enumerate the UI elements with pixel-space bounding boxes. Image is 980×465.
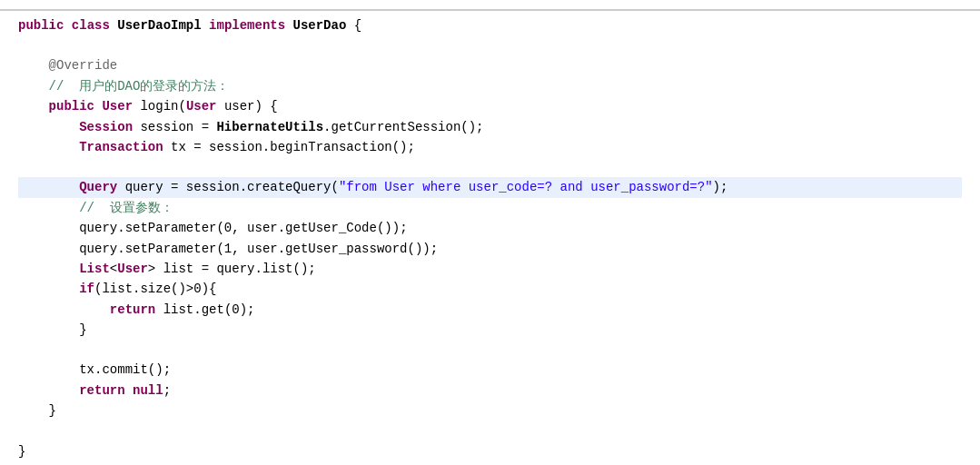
code-token: @Override	[49, 55, 118, 75]
code-token: (list.	[94, 279, 140, 299]
code-token: implements	[209, 15, 285, 35]
code-token: if	[79, 279, 94, 299]
code-token	[285, 15, 292, 35]
code-token: (0);	[224, 300, 255, 320]
code-token: }	[49, 401, 56, 420]
code-token: {	[346, 15, 361, 35]
code-indent	[18, 259, 79, 279]
code-token: ();	[292, 259, 315, 279]
code-token: return	[79, 381, 124, 401]
code-token: (	[331, 177, 338, 197]
code-token	[94, 96, 102, 116]
code-line: return null;	[18, 381, 962, 401]
code-token: (0, user.	[216, 218, 285, 238]
code-token: getCurrentSession	[331, 117, 460, 137]
code-token: "from User where user_code=? and user_pa…	[339, 177, 713, 197]
code-line: public User login(User user) {	[18, 96, 962, 116]
code-token: ();	[460, 117, 483, 137]
code-token: (	[178, 96, 185, 116]
code-token: > list = query.	[148, 259, 262, 279]
code-indent	[18, 360, 79, 380]
code-token: tx.	[79, 360, 102, 380]
code-line	[18, 35, 962, 55]
code-token: null	[133, 381, 163, 401]
code-token: User	[117, 259, 148, 279]
code-token	[110, 15, 117, 35]
code-token: get	[202, 300, 224, 320]
code-token: ;	[163, 381, 171, 401]
code-line	[18, 157, 962, 177]
code-line	[18, 421, 962, 441]
code-token	[125, 381, 133, 401]
code-line: List<User> list = query.list();	[18, 259, 962, 279]
code-line: query.setParameter(0, user.getUser_Code(…	[18, 218, 962, 238]
code-line: }	[18, 320, 962, 340]
code-line: return list.get(0);	[18, 300, 962, 320]
code-line: }	[18, 441, 962, 461]
code-token: UserDaoImpl	[117, 15, 201, 35]
code-token: setParameter	[125, 218, 217, 238]
code-token: User	[102, 96, 133, 116]
code-line: Query query = session.createQuery("from …	[18, 177, 962, 197]
code-token: login	[140, 96, 178, 116]
code-indent	[18, 117, 79, 137]
code-token: // 设置参数：	[79, 198, 173, 218]
code-token: class	[72, 15, 110, 35]
code-line: Transaction tx = session.beginTransactio…	[18, 137, 962, 157]
code-token: // 用户的DAO的登录的方法：	[49, 76, 230, 96]
code-line: if(list.size()>0){	[18, 279, 962, 299]
code-token: getUser_Code	[285, 218, 377, 238]
code-line	[18, 461, 962, 465]
code-indent	[18, 218, 79, 238]
code-token: size	[140, 279, 171, 299]
code-token: public	[49, 96, 94, 116]
code-token	[202, 15, 209, 35]
code-token: query.	[79, 239, 124, 259]
code-token: query.	[79, 218, 124, 238]
code-token: Session	[79, 117, 133, 137]
code-indent	[18, 177, 79, 197]
code-token: UserDao	[293, 15, 347, 35]
code-token: }	[79, 320, 86, 340]
code-indent	[18, 401, 49, 420]
code-token: getUser_password	[285, 239, 407, 259]
code-line: @Override	[18, 55, 962, 75]
code-token: .	[323, 117, 331, 137]
code-token: session =	[133, 117, 216, 137]
code-token: return	[110, 300, 155, 320]
code-indent	[18, 320, 79, 340]
code-block: public class UserDaoImpl implements User…	[0, 15, 980, 465]
code-token: User	[186, 96, 217, 116]
code-token: list	[262, 259, 293, 279]
top-border	[0, 9, 980, 11]
code-indent	[18, 137, 79, 157]
code-line: Session session = HibernateUtils.getCurr…	[18, 117, 962, 137]
code-token: ());	[408, 239, 439, 259]
code-line: query.setParameter(1, user.getUser_passw…	[18, 239, 962, 259]
code-token	[64, 15, 71, 35]
code-token: tx = session.	[163, 137, 271, 157]
code-token: user) {	[216, 96, 277, 116]
code-line: tx.commit();	[18, 360, 962, 380]
code-indent	[18, 239, 79, 259]
code-indent	[18, 55, 49, 75]
code-token: public	[18, 15, 64, 35]
code-token: Query	[79, 177, 117, 197]
code-indent	[18, 381, 79, 401]
code-token: beginTransaction	[270, 137, 391, 157]
code-token: query = session.	[117, 177, 247, 197]
code-token	[133, 96, 140, 116]
code-indent	[18, 198, 79, 218]
code-token: );	[713, 177, 728, 197]
code-line: // 设置参数：	[18, 198, 962, 218]
code-token: createQuery	[247, 177, 331, 197]
code-line: // 用户的DAO的登录的方法：	[18, 76, 962, 96]
code-indent	[18, 96, 49, 116]
code-token: }	[18, 441, 25, 461]
code-token: List	[79, 259, 110, 279]
code-indent	[18, 76, 49, 96]
code-token: ());	[377, 218, 408, 238]
code-token: Transaction	[79, 137, 163, 157]
code-token: commit	[102, 360, 147, 380]
code-token: ()>0){	[171, 279, 216, 299]
